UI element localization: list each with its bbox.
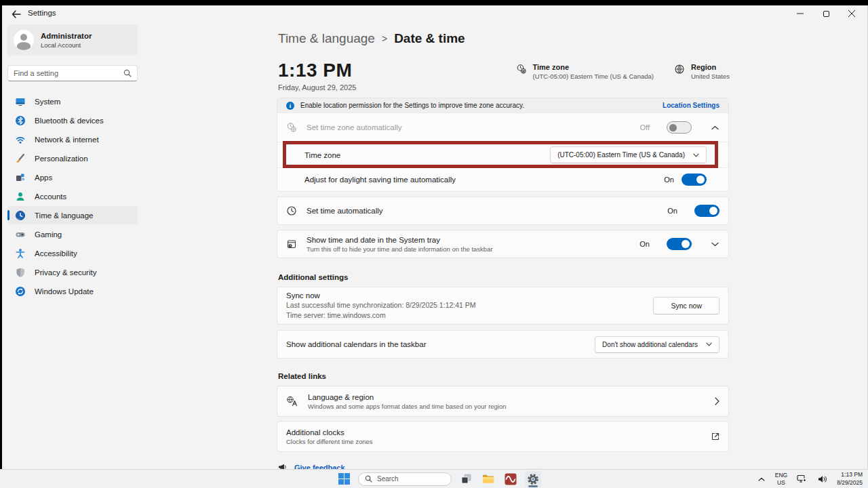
current-time: 1:13 PM <box>278 60 352 81</box>
sidebar-item-privacy[interactable]: Privacy & security <box>7 263 138 281</box>
tray-network-button[interactable] <box>795 471 808 487</box>
tray-volume-button[interactable] <box>816 471 829 487</box>
additional-clocks-title: Additional clocks <box>286 428 373 436</box>
time-language-icon <box>15 210 26 221</box>
language-region-link-card[interactable]: Language & region Windows and some apps … <box>277 386 729 417</box>
daylight-saving-label: Adjust for daylight saving time automati… <box>304 176 456 184</box>
tray-language-switcher[interactable]: ENG US <box>775 472 787 486</box>
sidebar-nav: System Bluetooth & devices Network & int… <box>7 92 138 300</box>
breadcrumb: Time & language > Date & time <box>278 31 465 46</box>
chevron-up-icon <box>758 477 765 481</box>
sync-time-server: Time server: time.windows.com <box>286 310 476 320</box>
sidebar-item-gaming[interactable]: Gaming <box>7 225 138 243</box>
timezone-dropdown-value: (UTC-05:00) Eastern Time (US & Canada) <box>557 151 685 159</box>
sidebar-item-label: Time & language <box>35 211 94 220</box>
taskbar-search[interactable]: Search <box>358 472 452 486</box>
wave-app-button[interactable] <box>502 471 519 487</box>
location-settings-link[interactable]: Location Settings <box>663 102 719 109</box>
set-timezone-auto-toggle[interactable] <box>667 121 692 134</box>
sidebar-item-accessibility[interactable]: Accessibility <box>7 244 138 262</box>
brush-icon <box>15 153 26 164</box>
timezone-settings-group: i Enable location permission for the Set… <box>277 98 729 192</box>
clock-icon <box>286 205 297 216</box>
region-summary-label: Region <box>691 62 730 72</box>
sidebar-item-network[interactable]: Network & internet <box>7 130 138 148</box>
sidebar-item-system[interactable]: System <box>7 92 138 110</box>
additional-calendars-label: Show additional calendars in the taskbar <box>286 340 427 348</box>
language-region-title: Language & region <box>308 393 507 401</box>
give-feedback-link[interactable]: Give feedback <box>294 464 345 470</box>
titlebar: Settings <box>2 5 867 24</box>
sync-now-button[interactable]: Sync now <box>653 297 719 314</box>
timezone-label: Time zone <box>304 151 340 159</box>
additional-calendars-value: Don't show additional calendars <box>602 341 698 348</box>
sidebar-item-apps[interactable]: Apps <box>7 168 138 186</box>
tray-clock[interactable]: 1:13 PM 8/29/2025 <box>837 471 863 486</box>
give-feedback-row[interactable]: Give feedback <box>278 463 729 469</box>
language-region-description: Windows and some apps format dates and t… <box>308 403 507 410</box>
sidebar-item-accounts[interactable]: Accounts <box>7 187 138 205</box>
maximize-button[interactable] <box>813 5 839 22</box>
set-time-auto-toggle[interactable] <box>694 205 719 217</box>
sync-last-success: Last successful time synchronization: 8/… <box>286 300 476 310</box>
avatar <box>14 30 34 50</box>
sidebar-item-label: Network & internet <box>35 136 99 144</box>
settings-search[interactable] <box>7 65 138 81</box>
apps-icon <box>15 172 26 183</box>
timezone-row: Time zone (UTC-05:00) Eastern Time (US &… <box>277 142 728 167</box>
settings-app-button[interactable] <box>525 471 541 487</box>
sidebar-item-bluetooth[interactable]: Bluetooth & devices <box>7 111 138 129</box>
search-input[interactable] <box>14 69 123 77</box>
additional-clocks-link-card[interactable]: Additional clocks Clocks for different t… <box>277 421 729 452</box>
daylight-saving-toggle[interactable] <box>682 174 707 186</box>
chevron-up-icon[interactable] <box>711 125 719 130</box>
search-icon <box>123 69 132 77</box>
additional-calendars-dropdown[interactable]: Don't show additional calendars <box>595 336 719 353</box>
user-account-type: Local Account <box>41 41 92 49</box>
sidebar-item-label: Privacy & security <box>35 268 96 277</box>
feedback-megaphone-icon <box>278 463 288 469</box>
back-button[interactable] <box>7 7 25 22</box>
set-timezone-auto-state: Off <box>640 123 650 131</box>
windows-logo-icon <box>338 473 350 485</box>
wave-app-icon <box>505 473 517 485</box>
external-link-icon <box>711 432 719 441</box>
language-region-icon <box>286 396 298 407</box>
systray-clock-toggle[interactable] <box>667 238 692 250</box>
sidebar: Administrator Local Account System Bluet… <box>7 24 138 469</box>
sidebar-item-label: Personalization <box>35 155 88 163</box>
systray-calendar-clock-icon <box>286 239 297 249</box>
sidebar-item-personalization[interactable]: Personalization <box>7 149 138 167</box>
chevron-down-icon <box>693 153 699 157</box>
timezone-summary-label: Time zone <box>533 62 654 72</box>
set-timezone-auto-row[interactable]: Set time zone automatically Off <box>277 113 728 142</box>
set-time-auto-label: Set time automatically <box>307 207 383 215</box>
breadcrumb-parent[interactable]: Time & language <box>278 31 375 46</box>
timezone-dropdown[interactable]: (UTC-05:00) Eastern Time (US & Canada) <box>550 146 707 163</box>
chevron-down-icon[interactable] <box>711 242 719 247</box>
additional-calendars-card: Show additional calendars in the taskbar… <box>277 330 729 359</box>
sidebar-item-windows-update[interactable]: Windows Update <box>7 282 138 300</box>
sidebar-item-label: Windows Update <box>35 287 94 296</box>
current-date: Friday, August 29, 2025 <box>278 83 356 92</box>
tray-date: 8/29/2025 <box>837 479 863 487</box>
additional-clocks-description: Clocks for different time zones <box>286 438 373 445</box>
sync-title: Sync now <box>286 291 476 300</box>
daylight-saving-row: Adjust for daylight saving time automati… <box>277 167 728 191</box>
minimize-button[interactable] <box>787 5 813 22</box>
file-explorer-button[interactable] <box>480 471 496 487</box>
close-button[interactable] <box>839 5 865 22</box>
additional-settings-title: Additional settings <box>278 273 729 281</box>
task-view-button[interactable] <box>458 471 474 487</box>
sidebar-item-time-language[interactable]: Time & language <box>7 206 138 224</box>
tray-chevron-up[interactable] <box>755 471 768 487</box>
selected-indicator <box>7 210 9 220</box>
accessibility-icon <box>15 248 26 259</box>
start-button[interactable] <box>336 471 352 487</box>
user-name: Administrator <box>41 31 92 41</box>
systray-clock-card: Show time and date in the System tray Tu… <box>277 230 729 258</box>
sidebar-item-label: Bluetooth & devices <box>35 117 104 125</box>
set-time-auto-card: Set time automatically On <box>277 197 729 225</box>
user-account-card[interactable]: Administrator Local Account <box>7 24 138 56</box>
region-globe-icon <box>674 64 685 75</box>
